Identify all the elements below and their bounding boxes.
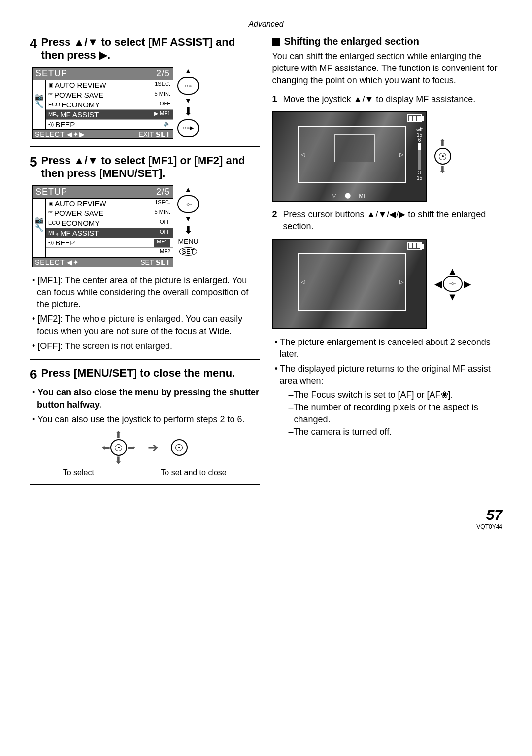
set-button-icon: SET [179, 247, 197, 256]
off-desc: [OFF]: The screen is not enlarged. [32, 340, 260, 352]
right-column: Shifting the enlarged section You can sh… [272, 36, 503, 492]
scale-top: ∞ft [416, 127, 423, 132]
scale-a: 15 [417, 132, 422, 137]
setup-menu-1: SETUP 2/5 📷🔧 ▣AUTO REVIEW1SEC. ᴺᶻPOWER S… [32, 67, 173, 139]
setup2-page: 2/5 [156, 187, 170, 197]
joystick-set [171, 439, 188, 456]
val-beep: 🔈 [164, 120, 170, 129]
setup1-title: SETUP [35, 69, 67, 79]
dpad-icon-3: ◦○◦ [177, 195, 199, 213]
icon2-mf-assist: MFᵩ [48, 230, 59, 236]
step-6-number: 6 [30, 367, 37, 382]
label-mf-assist: MF ASSIST [60, 110, 99, 119]
scale-c: 3 [418, 170, 421, 175]
joystick-diagram: ⬆ ⬅ ➡ ⬇ ➔ [30, 430, 260, 465]
step-6: 6 Press [MENU/SET] to close the menu. [30, 367, 260, 382]
cond-3: The camera is turned off. [289, 426, 503, 438]
label-power-save: POWER SAVE [54, 91, 103, 99]
label2-beep: BEEP [55, 239, 75, 247]
val2-mf1: MF1 [154, 239, 170, 247]
shift-heading: Shifting the enlarged section [284, 36, 419, 47]
dpad-icon-2: ◦○◦▶ [177, 119, 199, 137]
down-arrow-icon: ⬇ [184, 106, 193, 117]
close-note-plain: You can also use the joystick to perform… [32, 413, 260, 425]
val2-auto-review: 1SEC. [155, 199, 170, 207]
icon2-economy: ECO [48, 220, 60, 226]
setup1-footer-left: SELECT ◀✦▶ [35, 130, 85, 138]
step-5-number: 5 [30, 154, 37, 170]
step-5-text: Press ▲/▼ to select [MF1] or [MF2] and t… [41, 154, 245, 179]
setup2-footer-mid: SET 𝗦𝗘𝗧 [140, 258, 170, 266]
camera-preview-2: ◁▷ [272, 239, 427, 329]
val-auto-review: 1SEC. [155, 81, 170, 89]
val-mf-assist: MF1 [160, 110, 170, 116]
icon-power-save: ᴺᶻ [48, 92, 53, 98]
cond-1: The Focus switch is set to [AF] or [AF❀]… [289, 389, 503, 401]
joystick-updown-icon: ⬆ ⬇ [434, 138, 451, 174]
setup2-footer-left: SELECT ◀✦ [35, 258, 79, 266]
label2-economy: ECONOMY [62, 219, 100, 227]
setup1-footer-right: EXIT 𝗦𝗘𝗧 [138, 130, 170, 138]
setup1-controls: ▲ ◦○◦ ▼ ⬇ ◦○◦▶ [177, 67, 199, 137]
close-menu-notes: You can also close the menu by pressing … [30, 386, 260, 425]
step-5: 5 Press ▲/▼ to select [MF1] or [MF2] and… [30, 154, 260, 180]
val-power-save: 5 MIN. [155, 91, 170, 99]
page-footer: 57 VQT0Y44 [30, 507, 502, 530]
joystick-select: ⬆ ⬅ ➡ ⬇ [102, 430, 135, 465]
right-step-2-num: 2 [272, 208, 277, 233]
mf2-desc: [MF2]: The whole picture is enlarged. Yo… [32, 313, 260, 337]
right-arrow-icon: ➔ [148, 440, 159, 455]
dpad-4way-icon: ▲ ◀◦○◦▶ ▼ [434, 267, 471, 301]
mf-options-list: [MF1]: The center area of the picture is… [30, 275, 260, 352]
camera-preview-1: ◁▷ ∞ft 15 6 3 15 ▽ —⬤— MF [272, 111, 427, 202]
label2-mf-assist: MF ASSIST [60, 229, 99, 237]
dpad-icon: ◦○◦ [177, 77, 199, 95]
val-economy: OFF [160, 101, 170, 109]
post-shift-notes: The picture enlargement is canceled abou… [272, 336, 503, 438]
marker-mf-assist: ▶ [154, 110, 158, 116]
scale-b: 6 [418, 137, 421, 143]
val2-mf-assist-off: OFF [160, 229, 170, 237]
icon2-auto-review: ▣ [48, 200, 53, 206]
page-header: Advanced [30, 20, 502, 29]
left-column: 4 Press ▲/▼ to select [MF ASSIST] and th… [30, 36, 260, 492]
setup2-side-icons: 📷🔧 [33, 199, 46, 257]
icon-economy: ECO [48, 102, 60, 107]
joy-label-select: To select [63, 468, 94, 477]
reset-conditions: The Focus switch is set to [AF] or [AF❀]… [280, 389, 503, 438]
doc-code: VQT0Y44 [30, 523, 502, 530]
step-4-number: 4 [30, 36, 37, 52]
label2-power-save: POWER SAVE [54, 209, 103, 217]
page-number: 57 [30, 507, 502, 523]
icon-beep: •)) [48, 121, 54, 127]
cond-2: The number of recording pixels or the as… [289, 401, 503, 425]
icon-mf-assist: MFᵩ [48, 111, 59, 118]
icon-auto-review: ▣ [48, 82, 53, 88]
right-step-2-text: Press cursor buttons ▲/▼/◀/▶ to shift th… [283, 208, 502, 233]
icon2-beep: •)) [48, 240, 54, 245]
label-beep: BEEP [55, 120, 75, 129]
joy-label-set: To set and to close [161, 468, 226, 477]
mf-preview-1: ◁▷ ∞ft 15 6 3 15 ▽ —⬤— MF ⬆ ⬇ [272, 111, 503, 202]
step-4: 4 Press ▲/▼ to select [MF ASSIST] and th… [30, 36, 260, 62]
icon2-power-save: ᴺᶻ [48, 210, 53, 216]
right-step-1-num: 1 [272, 93, 277, 105]
mf-label: MF [359, 193, 367, 199]
down-arrow-icon-2: ⬇ [184, 225, 193, 236]
post-note-1: The picture enlargement is canceled abou… [275, 336, 503, 360]
label-economy: ECONOMY [62, 101, 100, 109]
scale-d: 15 [417, 175, 422, 181]
right-step-1-text: Move the joystick ▲/▼ to display MF assi… [283, 93, 476, 105]
val2-mf2: MF2 [160, 248, 170, 257]
val2-power-save: 5 MIN. [155, 209, 170, 217]
mf-preview-2: ◁▷ ▲ ◀◦○◦▶ ▼ [272, 239, 503, 329]
post-note-2: The displayed picture returns to the ori… [275, 363, 503, 438]
shift-intro: You can shift the enlarged section while… [272, 50, 503, 86]
setup-menu-2: SETUP 2/5 📷🔧 ▣AUTO REVIEW1SEC. ᴺᶻPOWER S… [32, 185, 173, 267]
square-bullet-icon [272, 38, 280, 46]
setup1-page: 2/5 [156, 69, 170, 79]
mf1-desc: [MF1]: The center area of the picture is… [32, 275, 260, 310]
setup1-side-icons: 📷🔧 [33, 80, 46, 129]
label2-auto-review: AUTO REVIEW [55, 199, 106, 207]
setup2-title: SETUP [35, 187, 67, 197]
